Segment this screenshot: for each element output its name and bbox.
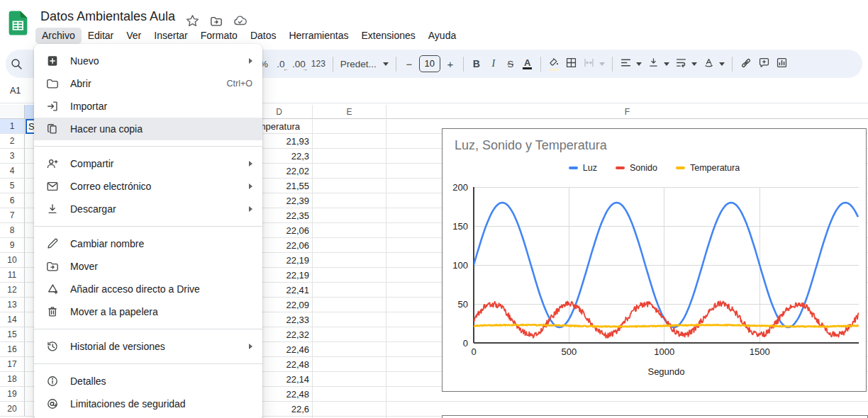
menu-item-anadir-acceso-directo-a-drive[interactable]: Añadir acceso directo a Drive [34,278,262,300]
insert-comment-button[interactable] [755,54,773,74]
toolbar-divider [333,57,333,72]
row-header-6[interactable]: 6 [0,193,25,208]
merge-cells-icon [583,57,595,71]
column-header-e[interactable]: E [312,105,386,119]
name-box[interactable]: A1 [10,86,21,96]
row-header-4[interactable]: 4 [0,164,25,179]
menu-item-cambiar-nombre[interactable]: Cambiar nombre [34,232,262,255]
svg-text:0: 0 [463,338,468,349]
row-header-18[interactable]: 18 [0,372,25,387]
column-header-a[interactable] [25,105,34,119]
fill-color-icon [548,57,560,69]
decrease-font-size-button[interactable]: − [401,54,418,74]
chart-plot: 050100150200050010001500Segundo [443,129,867,392]
row-header-16[interactable]: 16 [0,342,25,357]
fill-color-button[interactable] [545,54,562,74]
grid-vline [312,105,313,418]
row-header-19[interactable]: 19 [0,387,25,402]
increase-font-size-button[interactable]: + [442,54,459,74]
submenu-arrow-icon [249,183,252,189]
row-header-20[interactable]: 20 [0,402,25,417]
menu-item-nuevo[interactable]: Nuevo [34,50,262,72]
borders-button[interactable] [562,54,580,74]
row-header-11[interactable]: 11 [0,268,25,283]
italic-button[interactable]: I [485,54,502,74]
chart-icon [776,57,788,71]
menubar-item-formato[interactable]: Formato [194,28,244,44]
menu-item-importar[interactable]: Importar [34,95,262,118]
menubar-item-ver[interactable]: Ver [120,28,148,44]
row-header-17[interactable]: 17 [0,357,25,372]
menu-item-label: Importar [70,101,252,112]
decrease-decimals-button[interactable]: .0← [272,54,289,74]
menu-item-mover-a-la-papelera[interactable]: Mover a la papelera [34,300,262,323]
horizontal-align-button[interactable] [617,54,645,74]
row-header-9[interactable]: 9 [0,238,25,253]
submenu-arrow-icon [249,344,252,349]
sheets-logo[interactable] [9,11,28,38]
cell-a1-selected[interactable]: S [26,119,34,134]
vertical-align-icon [647,57,660,71]
font-family-dropdown[interactable]: Predet... [338,54,391,74]
menubar-item-datos[interactable]: Datos [244,28,283,44]
insert-chart-button[interactable] [773,54,791,74]
download-icon [45,202,60,216]
select-all-corner[interactable] [0,105,25,119]
menu-item-correo-electronico[interactable]: Correo electrónico [34,175,262,198]
menu-item-compartir[interactable]: Compartir [34,152,262,175]
row-header-7[interactable]: 7 [0,208,25,223]
embedded-chart[interactable]: Luz, Sonido y Temperatura LuzSonidoTempe… [442,128,867,392]
row-header-15[interactable]: 15 [0,327,25,342]
number-format-123-button[interactable]: 123 [308,54,328,74]
merge-cells-button[interactable] [580,54,608,74]
menubar-item-editar[interactable]: Editar [82,28,121,44]
row-header-10[interactable]: 10 [0,253,25,268]
menu-item-detalles[interactable]: Detalles [34,370,262,392]
copy-icon [45,122,60,136]
menubar-item-archivo[interactable]: Archivo [35,28,82,44]
menubar-item-insertar[interactable]: Insertar [148,28,194,44]
menu-item-abrir[interactable]: AbrirCtrl+O [34,72,262,95]
menu-divider [34,363,262,364]
second-chart-partial[interactable] [442,415,868,418]
row-header-3[interactable]: 3 [0,149,25,164]
row-header-8[interactable]: 8 [0,223,25,238]
person-add-icon [45,157,60,171]
menu-item-mover[interactable]: Mover [34,255,262,278]
increase-decimals-button[interactable]: .00→ [289,54,308,74]
menu-item-historial-de-versiones[interactable]: Historial de versiones [34,335,262,358]
text-color-button[interactable]: A [519,54,536,74]
row-header-13[interactable]: 13 [0,298,25,312]
insert-link-button[interactable] [737,54,755,74]
borders-icon [565,57,577,71]
menu-item-descargar[interactable]: Descargar [34,198,262,220]
row-header-14[interactable]: 14 [0,312,25,327]
menubar-item-extensiones[interactable]: Extensiones [355,28,421,44]
grid-vline [386,105,386,418]
import-icon [45,99,60,113]
text-wrap-button[interactable] [672,54,700,74]
svg-text:100: 100 [452,260,468,271]
column-header-f[interactable]: F [386,105,868,119]
bold-button[interactable]: B [468,54,485,74]
search-icon[interactable] [10,57,23,74]
menubar-item-herramientas[interactable]: Herramientas [282,28,355,44]
row-header-5[interactable]: 5 [0,179,25,193]
menu-item-label: Mover [70,261,252,272]
toolbar-divider [463,57,464,72]
font-size-input[interactable]: 10 [419,55,440,72]
menu-item-label: Limitaciones de seguridad [70,398,252,409]
text-rotation-button[interactable] [700,54,728,74]
strikethrough-button[interactable]: S [502,54,519,74]
svg-text:1500: 1500 [750,346,770,357]
row-header-1[interactable]: 1 [0,119,25,134]
menu-item-limitaciones-de-seguridad[interactable]: Limitaciones de seguridad [34,392,262,415]
document-title[interactable]: Datos Ambientales Aula [40,9,175,24]
menu-item-hacer-una-copia[interactable]: Hacer una copia [34,118,262,140]
comment-icon [758,57,770,71]
history-icon [45,339,60,354]
menubar-item-ayuda[interactable]: Ayuda [422,28,462,44]
vertical-align-button[interactable] [645,54,672,74]
row-header-2[interactable]: 2 [0,134,25,149]
row-header-12[interactable]: 12 [0,283,25,298]
